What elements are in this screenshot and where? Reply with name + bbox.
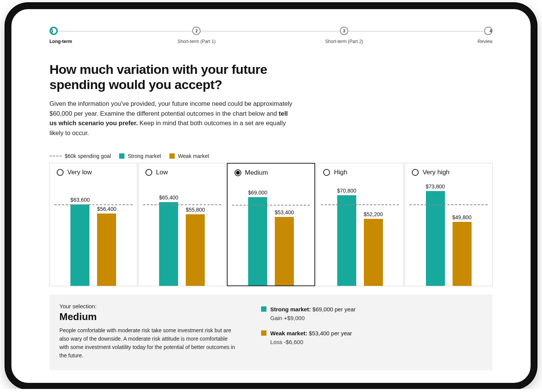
weak-bar <box>364 219 383 286</box>
legend: $60k spending goal Strong market Weak ma… <box>49 153 493 159</box>
weak-bar-wrap: $53,400 <box>275 209 294 285</box>
weak-value: $52,200 <box>363 211 383 217</box>
step-2-label: Short-term (Part 1) <box>177 39 215 44</box>
square-icon-teal <box>261 306 266 312</box>
strong-value: $63,600 <box>70 197 90 203</box>
selection-name: Medium <box>59 311 238 323</box>
weak-value: $53,400 <box>275 209 294 215</box>
radio-icon[interactable] <box>234 169 241 176</box>
selection-strong-label: Strong market: <box>270 306 311 312</box>
goal-line <box>410 204 488 205</box>
step-1-label: Long-term <box>49 39 72 44</box>
radio-icon[interactable] <box>57 169 64 176</box>
option-radio-row[interactable]: Very high <box>410 169 488 176</box>
option-radio-row[interactable]: Medium <box>232 169 310 177</box>
option-label: Medium <box>245 169 268 177</box>
selection-left: Your selection: Medium People comfortabl… <box>59 303 238 360</box>
strong-bar-wrap: $63,600 <box>70 197 89 286</box>
strong-bar <box>70 204 89 286</box>
weak-value: $49,800 <box>452 214 472 220</box>
strong-bar <box>337 195 356 286</box>
step-2-dot: 2 <box>192 27 201 35</box>
option-label: Low <box>156 169 168 176</box>
selection-weak-loss: Loss -$6,600 <box>270 338 352 347</box>
weak-value: $56,400 <box>97 206 116 212</box>
option-card-high[interactable]: High$70,800$52,200 <box>316 163 404 286</box>
selection-strong-value: $69,000 per year <box>312 306 355 312</box>
step-2[interactable]: 2 Short-term (Part 1) <box>177 27 215 44</box>
option-label: Very low <box>67 169 92 176</box>
square-icon-gold <box>261 330 266 336</box>
intro-a: Given the information you've provided, y… <box>49 100 292 117</box>
radio-icon[interactable] <box>323 169 330 176</box>
option-radio-row[interactable]: Low <box>143 169 221 176</box>
option-card-medium[interactable]: Medium$69,000$53,400 <box>227 163 316 286</box>
screen: 1 Long-term 2 Short-term (Part 1) 3 Shor… <box>11 9 531 370</box>
strong-bar-wrap: $69,000 <box>248 190 267 286</box>
selection-weak-label: Weak market: <box>270 330 307 336</box>
strong-bar-wrap: $73,800 <box>426 183 445 286</box>
bar-pair: $70,800$52,200 <box>321 178 399 286</box>
weak-bar <box>453 222 472 286</box>
page-title: How much variation with your future spen… <box>49 62 308 92</box>
bar-pair: $69,000$53,400 <box>232 179 310 285</box>
radio-icon[interactable] <box>412 169 419 176</box>
selection-strong-gain: Gain +$9,000 <box>270 314 355 323</box>
intro-text: Given the information you've provided, y… <box>49 99 293 138</box>
strong-value: $70,800 <box>337 188 356 194</box>
strong-value: $69,000 <box>248 190 268 196</box>
weak-bar-wrap: $56,400 <box>97 206 116 286</box>
step-1-dot: 1 <box>49 27 58 35</box>
selection-weak: Weak market: $53,400 per year Loss -$6,6… <box>261 329 483 346</box>
strong-value: $65,400 <box>159 194 179 201</box>
legend-goal: $60k spending goal <box>49 153 111 159</box>
legend-strong: Strong market <box>119 153 161 159</box>
step-3-label: Short-term (Part 2) <box>325 39 363 44</box>
step-4[interactable]: 4 Review <box>478 27 493 44</box>
goal-line <box>143 204 221 205</box>
tablet-frame: 1 Long-term 2 Short-term (Part 1) 3 Shor… <box>5 3 537 389</box>
bar-pair: $65,400$55,800 <box>143 178 221 286</box>
legend-strong-label: Strong market <box>128 153 161 159</box>
step-1[interactable]: 1 Long-term <box>49 27 72 44</box>
dash-icon <box>49 156 62 156</box>
stepper: 1 Long-term 2 Short-term (Part 1) 3 Shor… <box>49 27 493 49</box>
selection-description: People comfortable with moderate risk ta… <box>59 327 238 360</box>
strong-bar <box>159 202 178 286</box>
selection-weak-value: $53,400 per year <box>309 330 352 336</box>
weak-bar <box>275 217 294 285</box>
option-card-low[interactable]: Low$65,400$55,800 <box>138 163 226 286</box>
goal-line <box>54 204 132 205</box>
strong-bar-wrap: $70,800 <box>337 188 356 286</box>
step-3-dot: 3 <box>340 27 348 35</box>
legend-goal-label: $60k spending goal <box>65 153 111 159</box>
option-label: Very high <box>422 169 450 176</box>
goal-line <box>321 204 399 205</box>
square-icon-teal <box>119 153 124 159</box>
option-card-very-high[interactable]: Very high$73,800$49,800 <box>405 163 493 286</box>
step-4-dot: 4 <box>484 27 493 35</box>
radio-icon[interactable] <box>145 169 152 176</box>
strong-value: $73,800 <box>426 183 445 190</box>
strong-bar-wrap: $65,400 <box>159 194 178 286</box>
goal-line <box>232 205 310 206</box>
weak-bar <box>186 214 205 286</box>
selection-panel: Your selection: Medium People comfortabl… <box>49 295 493 370</box>
strong-bar <box>426 191 445 286</box>
stepper-line <box>49 31 493 32</box>
weak-bar-wrap: $49,800 <box>453 214 472 286</box>
option-label: High <box>334 169 347 176</box>
square-icon-gold <box>169 153 175 159</box>
option-card-very-low[interactable]: Very low$63,600$56,400 <box>49 163 137 286</box>
selection-right: Strong market: $69,000 per year Gain +$9… <box>261 303 483 360</box>
bar-pair: $63,600$56,400 <box>54 178 132 286</box>
legend-weak-label: Weak market <box>178 153 209 159</box>
selection-caption: Your selection: <box>59 303 238 309</box>
option-radio-row[interactable]: Very low <box>54 169 132 176</box>
weak-value: $55,800 <box>186 207 205 213</box>
step-3[interactable]: 3 Short-term (Part 2) <box>325 27 363 44</box>
strong-bar <box>248 197 267 286</box>
legend-weak: Weak market <box>169 153 209 159</box>
weak-bar <box>97 214 116 286</box>
option-radio-row[interactable]: High <box>321 169 399 176</box>
